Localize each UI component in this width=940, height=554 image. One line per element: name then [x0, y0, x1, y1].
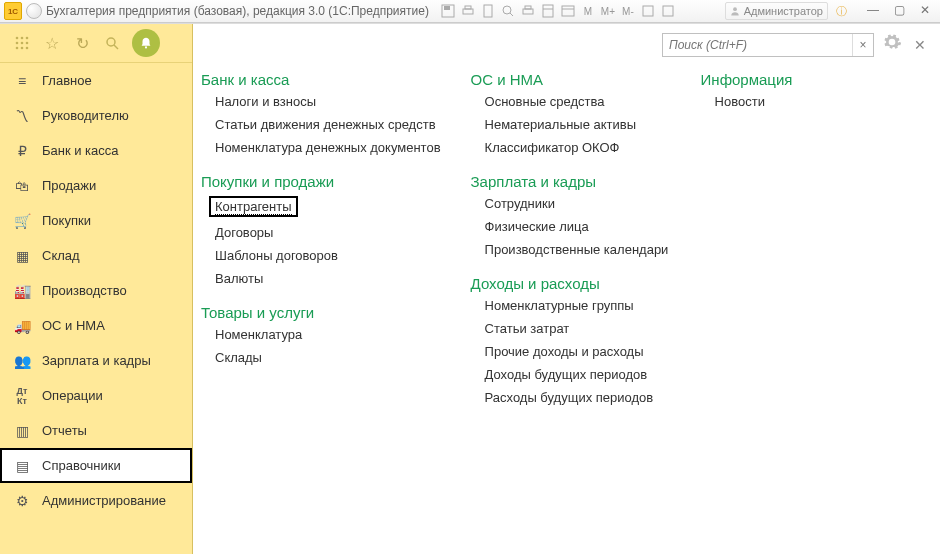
link-fixed-assets[interactable]: Основные средства	[485, 94, 671, 109]
link-taxes[interactable]: Налоги и взносы	[215, 94, 441, 109]
sidebar-item-label: Операции	[42, 388, 103, 403]
sidebar-item-admin[interactable]: ⚙ Администрирование	[0, 483, 192, 518]
tb-calc-icon[interactable]	[539, 3, 557, 19]
sidebar-item-label: Производство	[42, 283, 127, 298]
svg-rect-3	[465, 6, 471, 9]
user-name: Администратор	[744, 5, 823, 17]
sidebar-item-manager[interactable]: 〽 Руководителю	[0, 98, 192, 133]
tb-mminus-icon[interactable]: M-	[619, 3, 637, 19]
content-area: × ✕ Банк и касса Налоги и взносы Статьи …	[193, 24, 940, 554]
link-individuals[interactable]: Физические лица	[485, 219, 671, 234]
link-deferred-expense[interactable]: Расходы будущих периодов	[485, 390, 671, 405]
sidebar-item-production[interactable]: 🏭 Производство	[0, 273, 192, 308]
link-warehouses[interactable]: Склады	[215, 350, 441, 365]
sidebar-item-catalogs[interactable]: ▤ Справочники	[0, 448, 192, 483]
sidebar-item-label: Руководителю	[42, 108, 129, 123]
link-currencies[interactable]: Валюты	[215, 271, 441, 286]
link-employees[interactable]: Сотрудники	[485, 196, 671, 211]
svg-point-19	[16, 42, 19, 45]
link-news[interactable]: Новости	[715, 94, 841, 109]
link-cashdoc-nomenclature[interactable]: Номенклатура денежных документов	[215, 140, 441, 155]
catalogs-icon: ▤	[14, 458, 30, 474]
sidebar-item-label: ОС и НМА	[42, 318, 105, 333]
link-okof[interactable]: Классификатор ОКОФ	[485, 140, 671, 155]
section-title[interactable]: ОС и НМА	[471, 71, 671, 88]
sidebar-item-label: Склад	[42, 248, 80, 263]
link-contracts[interactable]: Договоры	[215, 225, 441, 240]
settings-gear-icon[interactable]	[882, 32, 902, 57]
section-title[interactable]: Зарплата и кадры	[471, 173, 671, 190]
content-body: Банк и касса Налоги и взносы Статьи движ…	[193, 65, 940, 554]
section-information: Информация Новости	[701, 71, 841, 109]
notifications-bell-icon[interactable]	[132, 29, 160, 57]
gear-icon: ⚙	[14, 493, 30, 509]
search-clear-button[interactable]: ×	[852, 34, 873, 56]
sidebar-item-sales[interactable]: 🛍 Продажи	[0, 168, 192, 203]
section-title[interactable]: Доходы и расходы	[471, 275, 671, 292]
section-title[interactable]: Покупки и продажи	[201, 173, 441, 190]
link-cost-items[interactable]: Статьи затрат	[485, 321, 671, 336]
tb-doc-icon[interactable]	[479, 3, 497, 19]
tb-m-icon[interactable]: M	[579, 3, 597, 19]
user-badge[interactable]: Администратор	[725, 2, 828, 20]
link-deferred-income[interactable]: Доходы будущих периодов	[485, 367, 671, 382]
sidebar-item-bank[interactable]: ₽ Банк и касса	[0, 133, 192, 168]
sidebar-item-assets[interactable]: 🚚 ОС и НМА	[0, 308, 192, 343]
svg-rect-2	[463, 9, 473, 14]
link-contract-templates[interactable]: Шаблоны договоров	[215, 248, 441, 263]
apps-grid-icon[interactable]	[12, 33, 32, 53]
sidebar-item-label: Покупки	[42, 213, 91, 228]
svg-rect-7	[523, 9, 533, 14]
window-title: Бухгалтерия предприятия (базовая), редак…	[46, 4, 429, 18]
tb-mplus-icon[interactable]: M+	[599, 3, 617, 19]
search-input[interactable]	[663, 38, 852, 52]
section-goods-services: Товары и услуги Номенклатура Склады	[201, 304, 441, 365]
section-title[interactable]: Банк и касса	[201, 71, 441, 88]
sidebar-item-operations[interactable]: ДтКт Операции	[0, 378, 192, 413]
sidebar-item-label: Справочники	[42, 458, 121, 473]
tb-box-icon[interactable]	[639, 3, 657, 19]
sidebar-item-purchases[interactable]: 🛒 Покупки	[0, 203, 192, 238]
tb-preview-icon[interactable]	[499, 3, 517, 19]
sidebar-item-reports[interactable]: ▥ Отчеты	[0, 413, 192, 448]
svg-rect-11	[562, 6, 574, 16]
svg-rect-4	[484, 5, 492, 17]
section-title[interactable]: Информация	[701, 71, 841, 88]
svg-point-24	[26, 47, 29, 50]
window-maximize-button[interactable]: ▢	[888, 3, 910, 19]
link-counterparties[interactable]: Контрагенты	[209, 196, 298, 217]
tb-info-icon[interactable]: ⓘ	[832, 3, 850, 19]
sidebar-item-label: Отчеты	[42, 423, 87, 438]
sidebar-item-label: Банк и касса	[42, 143, 119, 158]
sidebar-item-label: Администрирование	[42, 493, 166, 508]
link-nomenclature[interactable]: Номенклатура	[215, 327, 441, 342]
tb-box2-icon[interactable]	[659, 3, 677, 19]
tb-print-icon[interactable]	[459, 3, 477, 19]
window-close-button[interactable]: ✕	[914, 3, 936, 19]
content-column-2: ОС и НМА Основные средства Нематериальны…	[471, 71, 671, 405]
section-income-expense: Доходы и расходы Номенклатурные группы С…	[471, 275, 671, 405]
section-title[interactable]: Товары и услуги	[201, 304, 441, 321]
history-icon[interactable]: ↻	[72, 33, 92, 53]
link-intangible-assets[interactable]: Нематериальные активы	[485, 117, 671, 132]
tb-save-icon[interactable]	[439, 3, 457, 19]
orb-icon[interactable]	[26, 3, 42, 19]
sidebar-item-warehouse[interactable]: ▦ Склад	[0, 238, 192, 273]
link-other-income-expense[interactable]: Прочие доходы и расходы	[485, 344, 671, 359]
sidebar-nav: ≡ Главное 〽 Руководителю ₽ Банк и касса …	[0, 63, 192, 554]
link-calendars[interactable]: Производственные календари	[485, 242, 671, 257]
svg-rect-8	[525, 6, 531, 9]
sidebar-toolbar: ☆ ↻	[0, 24, 192, 63]
star-icon[interactable]: ☆	[42, 33, 62, 53]
link-cashflow-items[interactable]: Статьи движения денежных средств	[215, 117, 441, 132]
close-panel-button[interactable]: ✕	[914, 37, 926, 53]
sidebar-item-hr[interactable]: 👥 Зарплата и кадры	[0, 343, 192, 378]
tb-print2-icon[interactable]	[519, 3, 537, 19]
sidebar-item-main[interactable]: ≡ Главное	[0, 63, 192, 98]
svg-point-22	[16, 47, 19, 50]
tb-calendar-icon[interactable]	[559, 3, 577, 19]
svg-rect-1	[444, 6, 450, 10]
link-nomenclature-groups[interactable]: Номенклатурные группы	[485, 298, 671, 313]
window-minimize-button[interactable]: —	[862, 3, 884, 19]
search-icon[interactable]	[102, 33, 122, 53]
